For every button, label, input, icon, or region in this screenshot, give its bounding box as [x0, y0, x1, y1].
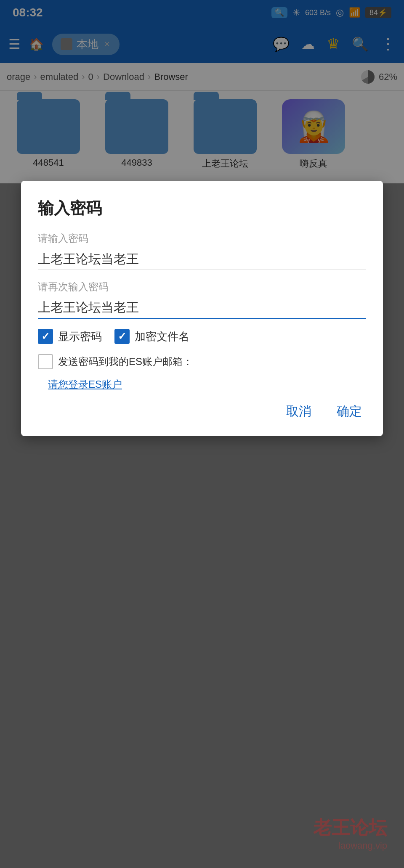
checkbox-row-1: ✓ 显示密码 ✓ 加密文件名 — [38, 329, 366, 344]
checkbox-show-password-box[interactable]: ✓ — [38, 329, 53, 344]
cancel-button[interactable]: 取消 — [282, 400, 316, 423]
send-password-label: 发送密码到我的ES账户邮箱： — [58, 355, 193, 368]
checkmark-2: ✓ — [118, 331, 126, 342]
checkmark-1: ✓ — [41, 331, 50, 342]
send-password-row: 发送密码到我的ES账户邮箱： — [38, 354, 366, 369]
password-field-1[interactable] — [38, 249, 366, 270]
password-field-2[interactable] — [38, 297, 366, 319]
dialog-buttons: 取消 确定 — [38, 400, 366, 423]
confirm-button[interactable]: 确定 — [332, 400, 366, 423]
checkbox-show-password[interactable]: ✓ 显示密码 — [38, 329, 102, 344]
checkbox-encrypt-filename-box[interactable]: ✓ — [114, 329, 130, 344]
field2-label: 请再次输入密码 — [38, 280, 366, 294]
field1-label: 请输入密码 — [38, 232, 366, 245]
es-login-link[interactable]: 请您登录ES账户 — [48, 378, 122, 390]
checkbox-send-password-box[interactable] — [38, 354, 53, 369]
checkbox-encrypt-filename-label: 加密文件名 — [135, 329, 189, 344]
password-dialog: 输入密码 请输入密码 请再次输入密码 ✓ 显示密码 ✓ 加密文件名 发送密码到我… — [21, 181, 383, 436]
checkbox-encrypt-filename[interactable]: ✓ 加密文件名 — [114, 329, 189, 344]
dialog-title: 输入密码 — [38, 198, 366, 219]
checkbox-show-password-label: 显示密码 — [58, 329, 102, 344]
